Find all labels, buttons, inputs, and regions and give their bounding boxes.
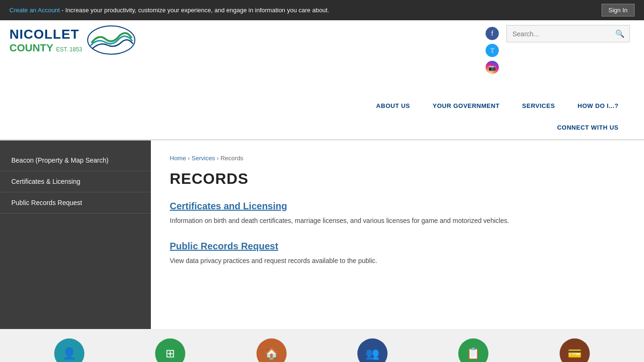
logo-county-row: COUNTY EST. 1853	[9, 42, 82, 54]
footer-icon-3[interactable]: 👥	[357, 338, 388, 362]
logo-nicollet: NICOLLET	[9, 26, 82, 42]
search-bar: 🔍	[506, 25, 630, 42]
footer-icons: 👤⊞🏠👥📋💳	[0, 329, 644, 362]
nav-services[interactable]: SERVICES	[511, 96, 567, 117]
section-certificates-desc: Information on birth and death certifica…	[170, 215, 625, 226]
top-bar: Create an Account - Increase your produc…	[0, 0, 644, 20]
search-button[interactable]: 🔍	[611, 25, 629, 42]
facebook-icon[interactable]: f	[486, 27, 499, 40]
footer-icon-0[interactable]: 👤	[54, 338, 84, 362]
breadcrumb-services[interactable]: Services	[191, 155, 215, 162]
search-input[interactable]	[507, 26, 611, 41]
logo-text: NICOLLET COUNTY EST. 1853	[9, 26, 82, 55]
top-bar-text: - Increase your productivity, customize …	[60, 7, 329, 14]
breadcrumb-home[interactable]: Home	[170, 155, 186, 162]
breadcrumb: Home › Services › Records	[170, 155, 625, 162]
create-account-link[interactable]: Create an Account	[9, 7, 60, 14]
nav-how-do-i[interactable]: HOW DO I...?	[566, 96, 630, 117]
logo-county: COUNTY	[9, 42, 53, 54]
twitter-icon[interactable]: 𝕋	[486, 44, 499, 57]
footer-icon-2[interactable]: 🏠	[256, 338, 287, 362]
logo-area: NICOLLET COUNTY EST. 1853	[9, 25, 136, 56]
nav-about-us[interactable]: ABOUT US	[365, 96, 421, 117]
nav-your-government[interactable]: YOUR GOVERNMENT	[421, 96, 511, 117]
section-certificates-title[interactable]: Certificates and Licensing	[170, 201, 625, 212]
top-bar-message: Create an Account - Increase your produc…	[9, 7, 329, 14]
breadcrumb-sep2: ›	[217, 155, 221, 162]
sign-in-button[interactable]: Sign In	[602, 4, 635, 16]
nav-connect-with-us[interactable]: CONNECT WITH US	[546, 117, 630, 139]
main-content: Home › Services › Records RECORDS Certif…	[151, 140, 644, 329]
breadcrumb-current: Records	[221, 155, 243, 162]
main-nav: ABOUT US YOUR GOVERNMENT SERVICES HOW DO…	[0, 96, 644, 140]
section-public-records-desc: View data privacy practices and request …	[170, 255, 625, 266]
footer-icon-1[interactable]: ⊞	[155, 338, 185, 362]
section-public-records-title[interactable]: Public Records Request	[170, 241, 625, 252]
social-icons: f 𝕋 📷	[486, 25, 499, 74]
nav-top: ABOUT US YOUR GOVERNMENT SERVICES HOW DO…	[365, 96, 630, 117]
instagram-icon[interactable]: 📷	[486, 61, 499, 74]
sidebar: Beacon (Property & Map Search) Certifica…	[0, 140, 151, 329]
content-wrapper: Beacon (Property & Map Search) Certifica…	[0, 140, 644, 329]
nav-row: ABOUT US YOUR GOVERNMENT SERVICES HOW DO…	[365, 96, 630, 139]
sidebar-item-beacon[interactable]: Beacon (Property & Map Search)	[0, 150, 151, 171]
header: NICOLLET COUNTY EST. 1853 f 𝕋 📷 🔍	[0, 20, 644, 96]
section-public-records: Public Records Request View data privacy…	[170, 241, 625, 266]
sidebar-item-certificates[interactable]: Certificates & Licensing	[0, 171, 151, 192]
nav-bottom: CONNECT WITH US	[546, 117, 630, 139]
section-certificates: Certificates and Licensing Information o…	[170, 201, 625, 226]
footer-icon-4[interactable]: 📋	[458, 338, 488, 362]
header-right: f 𝕋 📷 🔍	[486, 25, 630, 74]
sidebar-item-public-records[interactable]: Public Records Request	[0, 192, 151, 214]
page-title: RECORDS	[170, 170, 625, 188]
logo-est: EST. 1853	[56, 46, 82, 53]
logo-graphic	[87, 25, 136, 56]
footer-icon-5[interactable]: 💳	[560, 338, 590, 362]
